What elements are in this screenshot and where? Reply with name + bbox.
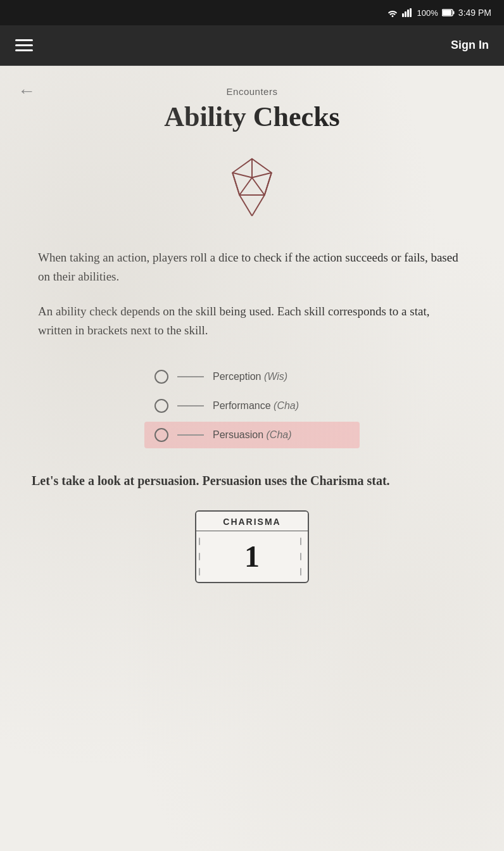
charisma-card-title: CHARISMA xyxy=(196,512,308,531)
status-bar: 100% 3:49 PM xyxy=(0,0,504,25)
svg-rect-3 xyxy=(410,8,412,17)
skill-label: Persuasion (Cha) xyxy=(213,429,292,441)
svg-line-15 xyxy=(232,173,239,195)
dice-container xyxy=(0,153,504,223)
svg-line-11 xyxy=(232,173,252,178)
svg-rect-6 xyxy=(453,11,454,15)
skill-line xyxy=(177,434,204,436)
skill-circle xyxy=(154,399,168,413)
battery-icon xyxy=(442,9,455,16)
svg-line-9 xyxy=(252,195,265,216)
battery-text: 100% xyxy=(417,8,438,18)
description-block: When taking an action, players roll a di… xyxy=(0,238,504,341)
menu-button[interactable] xyxy=(15,39,33,51)
skill-item-perception: Perception (Wis) xyxy=(144,363,360,390)
hamburger-line-2 xyxy=(15,44,33,46)
charisma-card-body: 1 xyxy=(196,531,308,582)
content-area: ← Encounters Ability Checks When taking … xyxy=(0,66,504,851)
skill-label: Performance (Cha) xyxy=(213,400,299,412)
signal-icon xyxy=(402,8,413,17)
svg-line-16 xyxy=(265,173,272,195)
skills-list: Perception (Wis)Performance (Cha)Persuas… xyxy=(144,363,360,448)
svg-rect-2 xyxy=(407,9,409,17)
d20-dice-icon xyxy=(217,153,287,223)
svg-rect-0 xyxy=(402,13,404,17)
svg-rect-5 xyxy=(443,10,451,15)
skill-circle xyxy=(154,428,168,442)
persuasion-text: Let's take a look at persuasion. Persuas… xyxy=(32,471,472,490)
skill-circle xyxy=(154,370,168,384)
hamburger-line-3 xyxy=(15,49,33,51)
svg-line-8 xyxy=(239,195,252,216)
persuasion-section: Let's take a look at persuasion. Persuas… xyxy=(0,451,504,490)
back-button[interactable]: ← xyxy=(18,81,35,101)
charisma-card-container: CHARISMA 1 xyxy=(0,510,504,583)
status-icons: 100% 3:49 PM xyxy=(387,8,491,18)
svg-line-14 xyxy=(252,178,265,196)
skill-line xyxy=(177,405,204,407)
description-para-1: When taking an action, players roll a di… xyxy=(38,248,466,287)
svg-line-12 xyxy=(252,173,272,178)
charisma-card: CHARISMA 1 xyxy=(195,510,309,583)
description-para-2: An ability check depends on the skill be… xyxy=(38,302,466,341)
skill-label: Perception (Wis) xyxy=(213,371,287,382)
sign-in-button[interactable]: Sign In xyxy=(451,39,489,52)
wifi-icon xyxy=(387,8,398,17)
top-nav: Sign In xyxy=(0,25,504,66)
breadcrumb: Encounters xyxy=(0,66,504,97)
skill-item-persuasion: Persuasion (Cha) xyxy=(144,422,360,448)
page-title: Ability Checks xyxy=(0,101,504,133)
skill-line xyxy=(177,376,204,377)
svg-rect-1 xyxy=(405,11,406,17)
card-left-decoration xyxy=(199,531,204,582)
skill-item-performance: Performance (Cha) xyxy=(144,393,360,419)
svg-line-13 xyxy=(239,178,252,196)
hamburger-line-1 xyxy=(15,39,33,41)
charisma-value: 1 xyxy=(244,539,260,574)
card-right-decoration xyxy=(300,531,305,582)
time-display: 3:49 PM xyxy=(458,8,491,18)
